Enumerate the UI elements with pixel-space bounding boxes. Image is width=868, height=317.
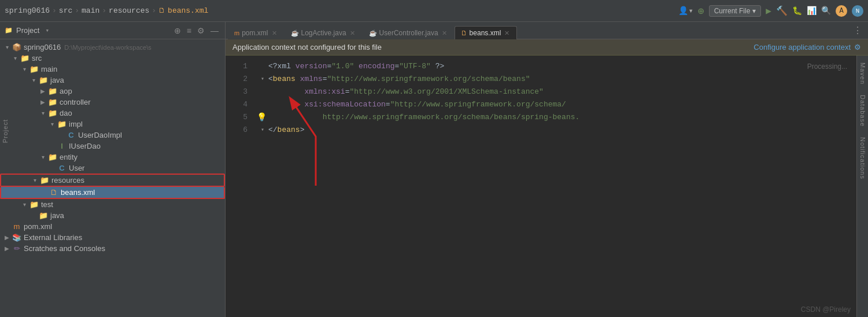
tree-arrow-external-libs: ▶ bbox=[2, 234, 12, 241]
tab-pomxml[interactable]: m pom.xml ✕ bbox=[228, 26, 285, 39]
tab-maven-icon: m bbox=[234, 30, 239, 36]
tree-item-user[interactable]: ▶ C User bbox=[0, 163, 225, 174]
maven-panel-label[interactable]: Maven bbox=[858, 58, 867, 89]
tree-item-test[interactable]: ▾ 📁 test bbox=[0, 199, 225, 210]
tree-item-beansxml[interactable]: ▶ 🗋 beans.xml bbox=[0, 187, 225, 199]
external-libs-icon: 📚 bbox=[12, 233, 22, 242]
tab-more-button[interactable]: ⋮ bbox=[849, 25, 866, 36]
breadcrumb-main[interactable]: main bbox=[82, 6, 99, 15]
fold-arrow-2[interactable]: ▾ bbox=[261, 73, 264, 86]
tab-usercontroller[interactable]: ☕ UserController.java ✕ bbox=[363, 26, 455, 39]
fold-arrow-6[interactable]: ▾ bbox=[261, 124, 264, 137]
tree-arrow-test: ▾ bbox=[20, 201, 29, 208]
sidebar-toolbar: ⊕ ≡ ⚙ — bbox=[172, 25, 220, 36]
debug-icon[interactable]: 🐛 bbox=[792, 6, 802, 16]
folder-resources-icon: 📁 bbox=[39, 176, 50, 185]
breadcrumb-sep-4: › bbox=[152, 6, 156, 15]
tree-item-userdaoimpl[interactable]: ▶ C UserDaoImpl bbox=[0, 130, 225, 141]
notification-action[interactable]: Configure application context ⚙ bbox=[754, 43, 861, 51]
build-icon[interactable]: 🔨 bbox=[776, 5, 788, 17]
folder-src-icon: 📁 bbox=[20, 54, 30, 62]
line-num-6: 6 bbox=[226, 124, 248, 137]
breadcrumb-project[interactable]: spring0616 bbox=[5, 6, 50, 15]
tree-label-external-libs: External Libraries bbox=[24, 233, 82, 242]
tree-arrow-controller: ▶ bbox=[38, 99, 47, 105]
tree-item-java[interactable]: ▾ 📁 java bbox=[0, 75, 225, 86]
sidebar-collapse-btn[interactable]: ≡ bbox=[185, 25, 193, 36]
class-user-icon: C bbox=[57, 164, 67, 172]
tree-item-src[interactable]: ▾ 📁 src bbox=[0, 53, 225, 64]
right-panel: Maven Database Notifications bbox=[856, 56, 868, 317]
tab-close-beansxml[interactable]: ✕ bbox=[503, 30, 511, 37]
vcs-update-icon[interactable]: ⊕ bbox=[698, 5, 704, 17]
breadcrumb-sep-2: › bbox=[75, 6, 79, 15]
tree-item-controller[interactable]: ▶ 📁 controller bbox=[0, 97, 225, 108]
tree-item-resources[interactable]: ▾ 📁 resources bbox=[0, 174, 225, 187]
folder-test-java-icon: 📁 bbox=[38, 211, 49, 220]
bulb-icon[interactable]: 💡 bbox=[257, 111, 267, 124]
tree-label-impl: impl bbox=[69, 120, 83, 128]
tab-close-pomxml[interactable]: ✕ bbox=[271, 30, 278, 37]
folder-dao-icon: 📁 bbox=[47, 109, 58, 117]
user-avatar[interactable]: A bbox=[836, 5, 847, 17]
tab-bar: m pom.xml ✕ ☕ LogActive.java ✕ ☕ UserCon… bbox=[226, 22, 868, 39]
top-bar-actions: 👤▾ ⊕ Current File ▾ ▶ 🔨 🐛 📊 🔍 A N bbox=[678, 5, 863, 17]
folder-impl-icon: 📁 bbox=[57, 120, 67, 128]
tab-xml-icon-beansxml: 🗋 bbox=[461, 30, 467, 36]
profile-icon[interactable]: 📊 bbox=[807, 6, 817, 16]
tree-path-spring0616: D:\Myproject\idea-workspace\s bbox=[64, 44, 151, 51]
sidebar-settings-btn[interactable]: ⚙ bbox=[195, 25, 206, 36]
sidebar-hide-btn[interactable]: — bbox=[209, 25, 220, 36]
sidebar-dropdown-icon[interactable]: ▾ bbox=[45, 27, 49, 34]
tree-item-iuserdao[interactable]: ▶ I IUserDao bbox=[0, 141, 225, 152]
breadcrumb: spring0616 › src › main › resources › 🗋 … bbox=[5, 6, 208, 15]
folder-test-icon: 📁 bbox=[29, 200, 39, 209]
tab-beansxml[interactable]: 🗋 beans.xml ✕ bbox=[455, 26, 518, 39]
tree-item-test-java[interactable]: ▶ 📁 java bbox=[0, 210, 225, 221]
database-panel-label[interactable]: Database bbox=[858, 90, 867, 131]
notification-gear-icon[interactable]: ⚙ bbox=[854, 43, 861, 51]
tree-item-impl[interactable]: ▾ 📁 impl bbox=[0, 119, 225, 130]
tree-label-aop: aop bbox=[60, 87, 72, 95]
run-button[interactable]: ▶ bbox=[766, 5, 771, 17]
breadcrumb-src[interactable]: src bbox=[59, 6, 72, 15]
tree-label-java: java bbox=[50, 76, 64, 84]
tab-close-logactive[interactable]: ✕ bbox=[349, 30, 356, 37]
tree-item-dao[interactable]: ▾ 📁 dao bbox=[0, 108, 225, 119]
tree-item-main[interactable]: ▾ 📁 main bbox=[0, 64, 225, 75]
folder-entity-icon: 📁 bbox=[47, 153, 58, 161]
tree-label-main: main bbox=[41, 65, 57, 73]
breadcrumb-resources[interactable]: resources bbox=[109, 6, 149, 15]
tab-label-usercontroller: UserController.java bbox=[379, 29, 438, 37]
sidebar-title: Project bbox=[16, 26, 39, 35]
editor-area: 1 2 3 4 5 6 Processing... <?xml version=… bbox=[226, 56, 868, 317]
folder-aop-icon: 📁 bbox=[47, 87, 58, 95]
tree-label-resources: resources bbox=[51, 176, 84, 185]
notifications-panel-label[interactable]: Notifications bbox=[858, 132, 867, 184]
vcs-icon[interactable]: 👤▾ bbox=[678, 6, 693, 16]
tab-logactive[interactable]: ☕ LogActive.java ✕ bbox=[285, 26, 363, 39]
notification-avatar[interactable]: N bbox=[852, 5, 863, 17]
tab-close-usercontroller[interactable]: ✕ bbox=[441, 30, 448, 37]
tree-item-aop[interactable]: ▶ 📁 aop bbox=[0, 86, 225, 97]
breadcrumb-file[interactable]: 🗋 beans.xml bbox=[158, 6, 208, 15]
sidebar-tree: ▾ 📦 spring0616 D:\Myproject\idea-workspa… bbox=[0, 39, 225, 317]
search-everywhere-icon[interactable]: 🔍 bbox=[821, 6, 831, 16]
tree-item-external-libs[interactable]: ▶ 📚 External Libraries bbox=[0, 232, 225, 243]
tree-item-pomxml[interactable]: ▶ m pom.xml bbox=[0, 221, 225, 232]
code-text-6: </beans> bbox=[268, 124, 304, 137]
tree-item-entity[interactable]: ▾ 📁 entity bbox=[0, 152, 225, 163]
project-panel-label[interactable]: Project bbox=[0, 116, 10, 146]
tree-arrow-java: ▾ bbox=[29, 77, 38, 83]
tree-arrow-entity: ▾ bbox=[38, 154, 47, 160]
tree-item-scratches[interactable]: ▶ ✏ Scratches and Consoles bbox=[0, 243, 225, 254]
tree-arrow-impl: ▾ bbox=[47, 121, 57, 127]
sidebar-new-btn[interactable]: ⊕ bbox=[172, 25, 183, 36]
line-num-2: 2 bbox=[226, 73, 248, 86]
line-num-1: 1 bbox=[226, 60, 248, 73]
current-file-button[interactable]: Current File ▾ bbox=[709, 5, 762, 17]
notification-action-label: Configure application context bbox=[754, 43, 851, 51]
code-editor[interactable]: Processing... <?xml version="1.0" encodi… bbox=[252, 56, 856, 317]
tab-label-logactive: LogActive.java bbox=[301, 29, 346, 37]
tree-item-spring0616[interactable]: ▾ 📦 spring0616 D:\Myproject\idea-workspa… bbox=[0, 42, 225, 53]
